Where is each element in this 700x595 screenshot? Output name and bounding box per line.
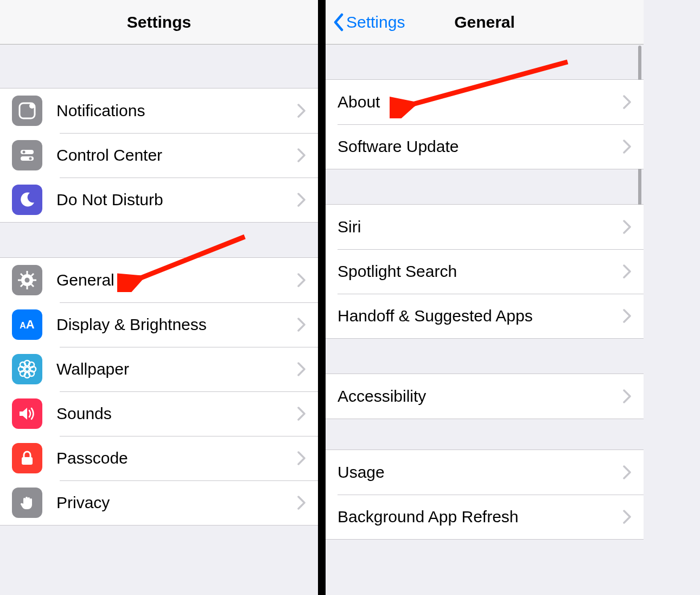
- screen-divider: [318, 0, 326, 595]
- row-label: Display & Brightness: [56, 315, 293, 334]
- chevron-right-icon: [623, 264, 632, 278]
- navbar: Settings General: [326, 0, 644, 45]
- speaker-icon: [12, 398, 42, 429]
- chevron-right-icon: [623, 95, 632, 109]
- chevron-right-icon: [297, 451, 306, 465]
- row-notifications[interactable]: Notifications: [0, 88, 318, 133]
- row-background-app-refresh[interactable]: Background App Refresh: [326, 495, 644, 539]
- row-software-update[interactable]: Software Update: [326, 124, 644, 169]
- row-label: Notifications: [56, 102, 293, 120]
- row-label: Siri: [338, 218, 619, 236]
- chevron-right-icon: [297, 496, 306, 510]
- row-siri[interactable]: Siri: [326, 205, 644, 249]
- chevron-right-icon: [297, 148, 306, 162]
- row-label: Handoff & Suggested Apps: [338, 307, 619, 325]
- chevron-left-icon: [333, 13, 344, 31]
- row-accessibility[interactable]: Accessibility: [326, 374, 644, 419]
- svg-point-15: [25, 278, 30, 283]
- row-display-brightness[interactable]: AA Display & Brightness: [0, 302, 318, 347]
- chevron-right-icon: [297, 407, 306, 421]
- row-control-center[interactable]: Control Center: [0, 133, 318, 178]
- svg-rect-8: [27, 286, 28, 289]
- row-label: Background App Refresh: [338, 508, 619, 526]
- svg-rect-7: [27, 271, 28, 274]
- settings-group: Notifications Control Center: [0, 88, 318, 223]
- row-label: Usage: [338, 463, 619, 482]
- notifications-icon: [12, 96, 42, 126]
- svg-point-5: [29, 157, 32, 160]
- general-group: Usage Background App Refresh: [326, 450, 644, 540]
- row-label: Sounds: [56, 404, 293, 423]
- back-button[interactable]: Settings: [333, 13, 405, 31]
- row-general[interactable]: General: [0, 258, 318, 302]
- chevron-right-icon: [623, 309, 632, 323]
- row-label: Accessibility: [338, 387, 619, 406]
- chevron-right-icon: [623, 140, 632, 154]
- svg-rect-10: [33, 280, 36, 281]
- chevron-right-icon: [623, 220, 632, 234]
- row-label: Spotlight Search: [338, 262, 619, 281]
- row-label: Privacy: [56, 493, 293, 512]
- row-do-not-disturb[interactable]: Do Not Disturb: [0, 178, 318, 222]
- svg-point-1: [29, 103, 35, 109]
- row-label: Do Not Disturb: [56, 191, 293, 209]
- navbar: Settings: [0, 0, 318, 45]
- chevron-right-icon: [297, 104, 306, 118]
- lock-icon: [12, 443, 42, 473]
- general-group: About Software Update: [326, 79, 644, 169]
- row-label: Wallpaper: [56, 360, 293, 378]
- row-wallpaper[interactable]: Wallpaper: [0, 347, 318, 391]
- row-sounds[interactable]: Sounds: [0, 391, 318, 436]
- back-label: Settings: [346, 13, 405, 31]
- control-center-icon: [12, 140, 42, 170]
- page-title: Settings: [0, 13, 318, 31]
- row-about[interactable]: About: [326, 80, 644, 124]
- chevron-right-icon: [623, 510, 632, 524]
- svg-rect-9: [18, 280, 21, 281]
- chevron-right-icon: [297, 273, 306, 287]
- row-label: About: [338, 93, 619, 111]
- hand-icon: [12, 488, 42, 518]
- general-screen: Settings General About Software Update: [326, 0, 644, 595]
- svg-rect-25: [22, 457, 33, 465]
- row-label: General: [56, 271, 293, 289]
- svg-point-16: [25, 367, 29, 371]
- chevron-right-icon: [297, 193, 306, 207]
- settings-group: General AA Display & Brightness: [0, 257, 318, 526]
- chevron-right-icon: [297, 362, 306, 376]
- general-group: Accessibility: [326, 374, 644, 419]
- settings-screen: Settings Notifications: [0, 0, 318, 595]
- chevron-right-icon: [623, 389, 632, 403]
- moon-icon: [12, 185, 42, 215]
- row-handoff[interactable]: Handoff & Suggested Apps: [326, 294, 644, 338]
- general-group: Siri Spotlight Search Handoff & Suggeste…: [326, 204, 644, 339]
- row-usage[interactable]: Usage: [326, 450, 644, 495]
- svg-point-3: [23, 151, 26, 154]
- row-spotlight-search[interactable]: Spotlight Search: [326, 249, 644, 294]
- row-label: Passcode: [56, 449, 293, 467]
- gear-icon: [12, 265, 42, 295]
- aa-icon: AA: [12, 309, 42, 340]
- row-passcode[interactable]: Passcode: [0, 436, 318, 480]
- row-label: Control Center: [56, 146, 293, 164]
- chevron-right-icon: [297, 318, 306, 332]
- flower-icon: [12, 354, 42, 384]
- row-privacy[interactable]: Privacy: [0, 480, 318, 525]
- row-label: Software Update: [338, 137, 619, 156]
- chevron-right-icon: [623, 465, 632, 479]
